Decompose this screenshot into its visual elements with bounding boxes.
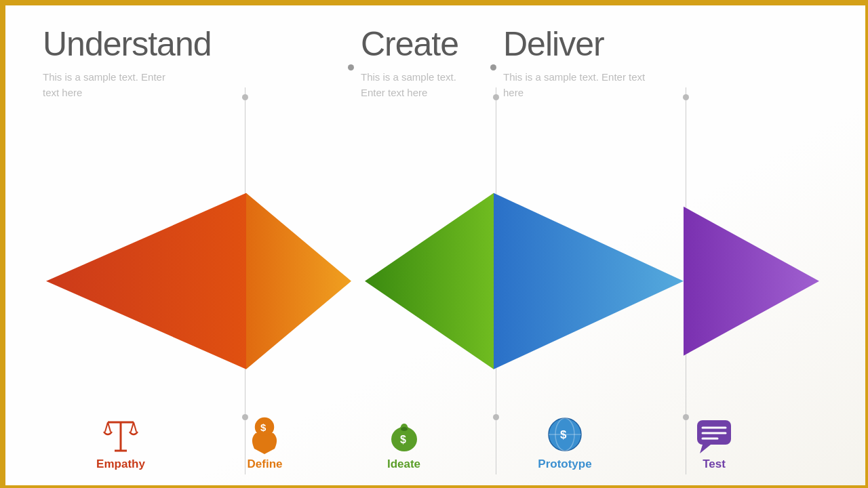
- test-icon: [694, 417, 734, 454]
- empathy-icon: [101, 417, 140, 454]
- svg-text:$: $: [400, 434, 406, 445]
- ideate-item: $ Ideate: [338, 415, 470, 471]
- understand-title: Understand: [43, 24, 348, 64]
- svg-point-14: [401, 427, 408, 431]
- empathy-label: Empathy: [96, 458, 145, 471]
- deliver-dot: [490, 64, 496, 70]
- define-item: $ $ Define: [199, 415, 331, 471]
- prototype-icon: $: [545, 415, 585, 454]
- empathy-shape: [46, 192, 246, 369]
- test-shape: [684, 206, 819, 355]
- svg-line-4: [131, 422, 134, 432]
- test-item: Test: [653, 417, 775, 471]
- create-dot: [348, 64, 354, 70]
- svg-text:$: $: [260, 422, 267, 433]
- svg-line-5: [134, 422, 136, 432]
- ideate-shape: [365, 192, 494, 369]
- create-title: Create: [361, 24, 469, 64]
- svg-text:$: $: [560, 428, 567, 441]
- svg-line-2: [105, 422, 108, 432]
- ideate-label: Ideate: [387, 458, 420, 471]
- prototype-shape: [494, 192, 684, 369]
- svg-marker-21: [700, 445, 711, 453]
- prototype-item: $ Prototype: [484, 415, 646, 471]
- ideate-icon: $: [384, 415, 424, 454]
- define-label: Define: [248, 458, 283, 471]
- test-label: Test: [703, 458, 726, 471]
- svg-line-3: [108, 422, 111, 432]
- define-shape: [246, 192, 351, 369]
- empathy-item: Empathy: [43, 417, 199, 471]
- define-icon: $ $: [246, 415, 283, 454]
- deliver-title: Deliver: [503, 24, 646, 64]
- prototype-label: Prototype: [538, 458, 591, 471]
